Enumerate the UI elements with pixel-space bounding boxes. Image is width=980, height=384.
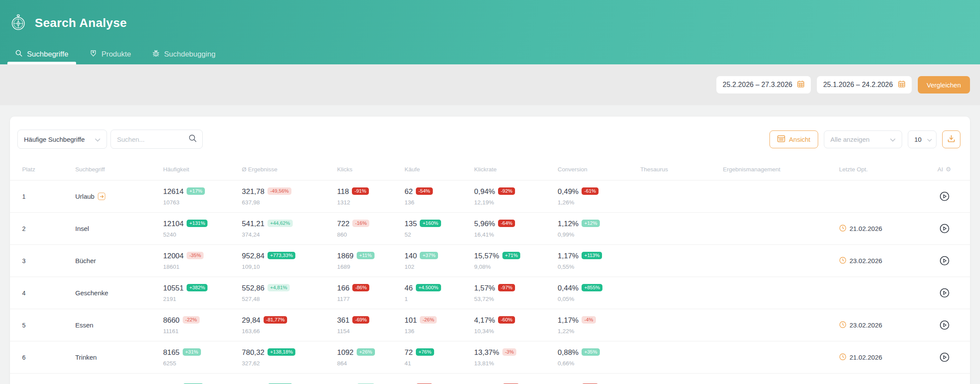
column-header-label: Klicks — [337, 166, 352, 173]
download-button[interactable] — [942, 130, 960, 148]
search-term-cell: Trinken — [75, 354, 163, 361]
metric-value-row: 780,32+138,18% — [242, 348, 337, 357]
bug-icon — [152, 50, 160, 59]
change-badge: -92% — [498, 187, 515, 195]
show-all-dropdown[interactable]: Alle anzeigen — [824, 130, 902, 148]
search-icon[interactable] — [188, 134, 197, 144]
metric-value-row: 12104+131% — [163, 220, 242, 228]
change-badge: -22% — [183, 316, 200, 324]
ai-play-button[interactable] — [939, 190, 950, 202]
ai-cell — [928, 319, 960, 331]
rank-cell: 4 — [22, 290, 75, 297]
ergebnisse-cell: 952,84+773,33%109,10 — [242, 252, 337, 270]
metric-previous-value: 0,99% — [558, 231, 640, 238]
ansicht-button[interactable]: Ansicht — [769, 130, 818, 148]
last-optimization-date: 21.02.2026 — [850, 354, 882, 361]
metric-value: 118 — [337, 187, 349, 196]
metric-value: 4,17% — [474, 316, 495, 325]
metric-value-row: 1092+26% — [337, 348, 405, 357]
column-header-label: Klickrate — [474, 166, 497, 173]
column-header-6: Klickrate — [474, 166, 558, 173]
metric-value-row: 62-54% — [405, 187, 474, 196]
app-header: Search Analyse Suchbegriffe Produkte — [0, 0, 980, 64]
change-badge: -81,77% — [264, 316, 288, 324]
change-badge: -64% — [498, 220, 515, 227]
rank-cell: 3 — [22, 257, 75, 264]
column-header-label: Häufigkeit — [163, 166, 189, 173]
klickrate-cell: 0,94%-92%12,19% — [474, 187, 558, 206]
change-badge: +31% — [183, 348, 201, 356]
conversion-cell: 1,17%+113%0,55% — [558, 252, 640, 270]
conversion-cell: 0,88%+35%0,66% — [558, 348, 640, 367]
tab-produkte[interactable]: Produkte — [82, 44, 139, 64]
tab-bar: Suchbegriffe Produkte — [7, 44, 223, 64]
rank-cell: 1 — [22, 193, 75, 200]
gear-icon[interactable]: ⚙ — [946, 166, 951, 173]
metric-previous-value: 6255 — [163, 360, 242, 367]
change-badge: +35% — [582, 348, 600, 356]
metric-value: 1092 — [337, 348, 354, 357]
search-term-label: Bücher — [75, 257, 96, 264]
date-range-current[interactable]: 25.2.2026 – 27.3.2026 — [716, 76, 811, 93]
klickrate-cell: 15,57%+71%9,08% — [474, 252, 558, 270]
ai-play-button[interactable] — [939, 319, 950, 331]
metric-previous-value: 1312 — [337, 199, 405, 206]
column-header-label: Conversion — [558, 166, 587, 173]
tab-suchbegriffe[interactable]: Suchbegriffe — [7, 44, 76, 64]
klicks-cell: 1092+26%864 — [337, 348, 405, 367]
change-badge: -61% — [582, 187, 599, 195]
term-type-dropdown[interactable]: Häufige Suchbegriffe — [17, 130, 107, 149]
change-badge: +382% — [187, 284, 207, 292]
metric-value-row: 8165+31% — [163, 348, 242, 357]
conversion-cell: 0,44%+855%0,05% — [558, 284, 640, 302]
table-row: 3Bücher12004-35%18601952,84+773,33%109,1… — [10, 244, 970, 277]
change-badge: +17% — [187, 187, 205, 195]
term-link-icon[interactable] — [98, 193, 105, 200]
metric-value: 101 — [405, 316, 417, 325]
metric-previous-value: 10,34% — [474, 328, 558, 334]
ergebnisse-cell: 552,86+4,81%527,48 — [242, 284, 337, 302]
table-row: 6Trinken8165+31%6255780,32+138,18%327,62… — [10, 341, 970, 373]
column-header-label: AI — [937, 166, 943, 173]
tab-suchdebugging[interactable]: Suchdebugging — [144, 44, 223, 64]
ai-play-button[interactable] — [939, 351, 950, 363]
search-term-cell: Essen — [75, 321, 163, 329]
chevron-down-icon — [927, 136, 932, 143]
kaeufe-cell: 101-26%136 — [405, 316, 474, 334]
metric-value-row: 1869+11% — [337, 252, 405, 260]
klicks-cell: 361-69%1154 — [337, 316, 405, 334]
metric-value-row: 13,37%-3% — [474, 348, 558, 357]
metric-value-row: 321,78-49,56% — [242, 187, 337, 196]
ai-play-button[interactable] — [939, 223, 950, 234]
metric-value: 12104 — [163, 220, 184, 228]
page-size-dropdown[interactable]: 10 — [908, 130, 937, 148]
ai-play-button[interactable] — [939, 287, 950, 299]
tab-label: Produkte — [101, 50, 131, 59]
change-badge: -26% — [420, 316, 437, 324]
table-row: 5Essen8660-22%1116129,84-81,77%163,66361… — [10, 309, 970, 341]
date-filter-bar: 25.2.2026 – 27.3.2026 25.1.2026 – 24.2.2… — [0, 64, 980, 105]
metric-previous-value: 41 — [405, 360, 474, 367]
vergleichen-button[interactable]: Vergleichen — [918, 76, 970, 93]
list-view-icon — [777, 135, 785, 144]
column-header-0: Platz — [22, 166, 75, 173]
change-badge: -86% — [352, 284, 369, 292]
metric-previous-value: 13,81% — [474, 360, 558, 367]
tab-label: Suchbegriffe — [27, 50, 68, 59]
conversion-cell: 0,49%-61%1,26% — [558, 187, 640, 206]
search-input[interactable] — [117, 136, 188, 143]
metric-value-row: 1,17%-4% — [558, 316, 640, 325]
column-header-label: Suchbegriff — [75, 166, 105, 173]
results-card: Häufige Suchbegriffe — [10, 117, 970, 384]
metric-value: 541,21 — [242, 220, 264, 228]
metric-previous-value: 2191 — [163, 296, 242, 302]
klicks-cell: 1869+11%1689 — [337, 252, 405, 270]
last-optimization-date: 21.02.2026 — [850, 225, 882, 232]
metric-value: 29,84 — [242, 316, 261, 325]
metric-value-row: 135+160% — [405, 220, 474, 228]
ai-play-button[interactable] — [939, 255, 950, 267]
letzte-opt-cell: 21.02.2026 — [839, 353, 928, 362]
clock-icon — [839, 257, 846, 265]
tab-label: Suchdebugging — [164, 50, 215, 59]
date-range-compare[interactable]: 25.1.2026 – 24.2.2026 — [817, 76, 911, 93]
